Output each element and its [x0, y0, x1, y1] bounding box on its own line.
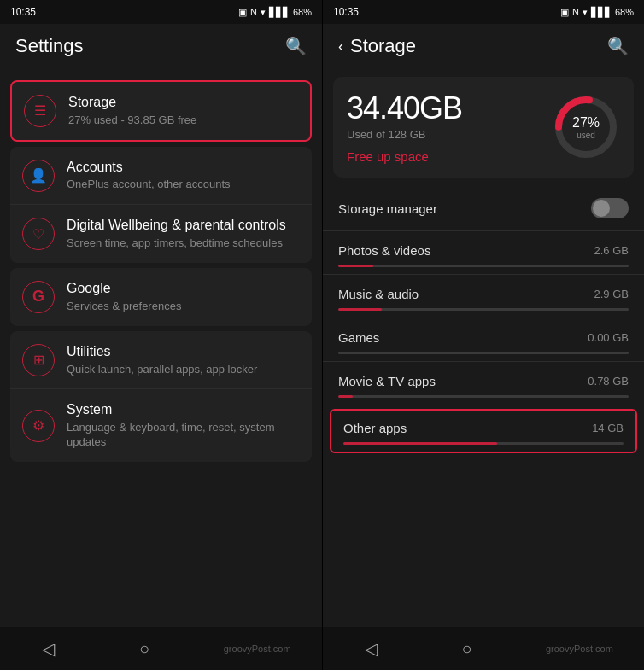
storage-donut-chart: 27% used: [552, 93, 620, 161]
nfc-icon-r: N: [572, 7, 579, 17]
accounts-subtitle: OnePlus account, other accounts: [67, 178, 300, 192]
row-size-movietv: 0.78 GB: [588, 375, 629, 387]
settings-list: ☰ Storage 27% used - 93.85 GB free 👤 Acc…: [0, 68, 322, 627]
row-size-music: 2.9 GB: [594, 288, 629, 300]
donut-label: used: [572, 131, 600, 140]
storage-row-music[interactable]: Music & audio 2.9 GB: [323, 275, 644, 318]
row-name-photos: Photos & videos: [338, 243, 430, 258]
storage-detail-panel: 10:35 ▣ N ▾ ▋▋▋ 68% ‹ Storage 🔍 34.40GB …: [323, 0, 644, 670]
signal-icon: ▋▋▋: [269, 7, 290, 18]
bar-track-games: [338, 352, 629, 354]
bar-fill-movietv: [338, 395, 353, 398]
utilities-subtitle: Quick launch, parallel apps, app locker: [67, 363, 300, 377]
status-icons-left: ▣ N ▾ ▋▋▋ 68%: [238, 7, 312, 18]
settings-item-google[interactable]: G Google Services & preferences: [10, 268, 312, 326]
settings-panel: 10:35 ▣ N ▾ ▋▋▋ 68% Settings 🔍 ☰ Storage…: [0, 0, 322, 670]
row-name-movietv: Movie & TV apps: [338, 374, 436, 388]
back-button[interactable]: ‹: [338, 38, 343, 55]
bottom-nav-left: ◁ ○ groovyPost.com: [0, 627, 322, 670]
status-bar-left: 10:35 ▣ N ▾ ▋▋▋ 68%: [0, 0, 322, 24]
row-size-games: 0.00 GB: [588, 331, 629, 344]
status-bar-right: 10:35 ▣ N ▾ ▋▋▋ 68%: [323, 0, 644, 24]
bar-track-photos: [338, 265, 629, 267]
screenshot-icon: ▣: [238, 7, 247, 18]
storage-manager-label: Storage manager: [338, 201, 437, 216]
settings-group-utilities: ⊞ Utilities Quick launch, parallel apps,…: [10, 331, 312, 462]
system-icon: ⚙: [22, 410, 55, 442]
settings-item-system[interactable]: ⚙ System Language & keyboard, time, rese…: [10, 389, 312, 462]
settings-top-bar: Settings 🔍: [0, 24, 322, 68]
settings-search-icon[interactable]: 🔍: [285, 36, 307, 56]
settings-item-storage[interactable]: ☰ Storage 27% used - 93.85 GB free: [12, 82, 310, 140]
row-name-otherapps: Other apps: [343, 421, 407, 435]
settings-title: Settings: [15, 35, 84, 57]
nav-back-left[interactable]: ◁: [31, 638, 65, 659]
storage-row-movietv[interactable]: Movie & TV apps 0.78 GB: [323, 362, 644, 405]
storage-rows-list: Photos & videos 2.6 GB Music & audio 2.9…: [323, 231, 644, 627]
watermark-right: groovyPost.com: [546, 644, 613, 654]
bar-track-music: [338, 308, 629, 311]
row-name-music: Music & audio: [338, 287, 419, 301]
storage-top-bar: ‹ Storage 🔍: [323, 24, 644, 68]
settings-item-utilities[interactable]: ⊞ Utilities Quick launch, parallel apps,…: [10, 331, 312, 390]
wellbeing-title: Digital Wellbeing & parental controls: [67, 217, 300, 235]
storage-row-games[interactable]: Games 0.00 GB: [323, 318, 644, 362]
bar-track-otherapps: [343, 442, 624, 445]
bar-track-movietv: [338, 395, 629, 398]
settings-group-storage[interactable]: ☰ Storage 27% used - 93.85 GB free: [10, 80, 312, 142]
storage-page-title: Storage: [350, 35, 416, 57]
utilities-title: Utilities: [67, 343, 300, 361]
storage-used-gb: 34.40GB: [347, 90, 462, 126]
status-time-right: 10:35: [333, 6, 359, 18]
watermark-left: groovyPost.com: [224, 644, 291, 654]
battery-right: 68%: [615, 7, 634, 17]
utilities-icon: ⊞: [22, 344, 55, 376]
settings-group-accounts: 👤 Accounts OnePlus account, other accoun…: [10, 147, 312, 263]
accounts-title: Accounts: [67, 159, 300, 177]
storage-row-otherapps[interactable]: Other apps 14 GB: [330, 409, 637, 453]
status-time-left: 10:35: [10, 6, 36, 18]
wellbeing-icon: ♡: [22, 218, 55, 250]
nav-home-right[interactable]: ○: [450, 639, 484, 659]
system-subtitle: Language & keyboard, time, reset, system…: [67, 421, 300, 450]
toggle-thumb: [593, 200, 610, 217]
storage-icon: ☰: [24, 95, 56, 127]
row-name-games: Games: [338, 330, 379, 345]
bottom-nav-right: ◁ ○ groovyPost.com: [323, 627, 644, 670]
nav-home-left[interactable]: ○: [127, 639, 161, 659]
donut-percent: 27%: [572, 115, 600, 131]
storage-header-card: 34.40GB Used of 128 GB Free up space 27%…: [333, 77, 634, 178]
google-icon: G: [22, 281, 55, 313]
google-subtitle: Services & preferences: [67, 300, 300, 314]
bar-fill-otherapps: [343, 442, 497, 445]
status-icons-right: ▣ N ▾ ▋▋▋ 68%: [560, 7, 634, 18]
bar-fill-photos: [338, 265, 373, 267]
storage-row-photos[interactable]: Photos & videos 2.6 GB: [323, 231, 644, 275]
free-up-button[interactable]: Free up space: [347, 149, 462, 164]
bar-fill-music: [338, 308, 382, 311]
storage-item-title: Storage: [68, 94, 298, 112]
accounts-icon: 👤: [22, 160, 55, 192]
nfc-icon: N: [250, 7, 257, 17]
storage-of-label: Used of 128 GB: [347, 128, 462, 141]
system-title: System: [67, 401, 300, 419]
storage-manager-toggle[interactable]: [591, 198, 629, 218]
nav-back-right[interactable]: ◁: [354, 638, 388, 659]
battery-left: 68%: [293, 7, 312, 17]
google-title: Google: [67, 280, 300, 298]
wifi-icon: ▾: [261, 7, 266, 18]
settings-item-accounts[interactable]: 👤 Accounts OnePlus account, other accoun…: [10, 147, 312, 206]
storage-manager-row: Storage manager: [323, 186, 644, 231]
storage-search-icon[interactable]: 🔍: [607, 36, 629, 56]
settings-group-google: G Google Services & preferences: [10, 268, 312, 326]
row-size-otherapps: 14 GB: [592, 422, 624, 434]
row-size-photos: 2.6 GB: [594, 244, 629, 257]
signal-icon-r: ▋▋▋: [591, 7, 612, 18]
wellbeing-subtitle: Screen time, app timers, bedtime schedul…: [67, 236, 300, 251]
screenshot-icon-r: ▣: [560, 7, 569, 18]
wifi-icon-r: ▾: [583, 7, 588, 18]
settings-item-wellbeing[interactable]: ♡ Digital Wellbeing & parental controls …: [10, 205, 312, 263]
storage-item-subtitle: 27% used - 93.85 GB free: [68, 114, 298, 128]
